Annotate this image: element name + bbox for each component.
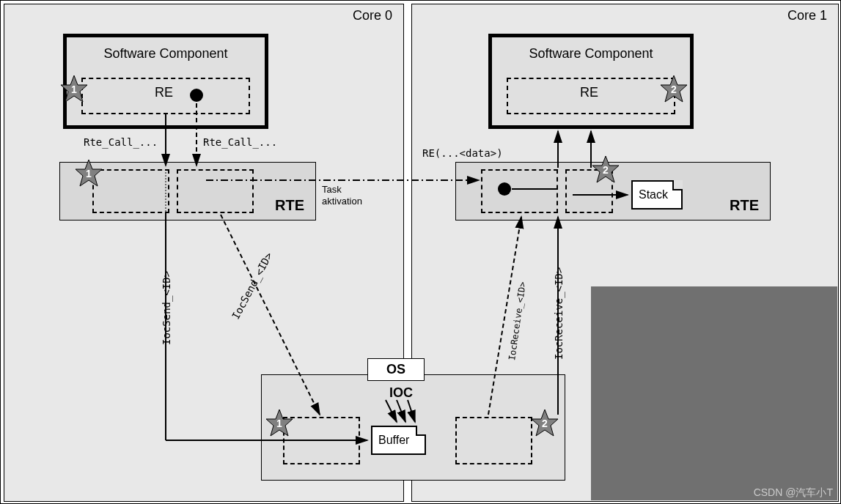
label-iocsend1: IocSend_<ID>	[161, 271, 172, 345]
star-swc2: 2	[659, 74, 688, 103]
stack-box: Stack	[631, 180, 683, 210]
buffer-box: Buffer	[371, 426, 426, 455]
label-rte-call2: Rte_Call_...	[203, 136, 277, 148]
label-iocrecv2: IocReceive_<ID>	[553, 267, 565, 360]
core1-label: Core 1	[787, 8, 827, 23]
star-swc1: 1	[59, 74, 89, 103]
rte-core1-label: RTE	[730, 197, 759, 214]
rte0-dash-2	[177, 169, 254, 213]
dot-swc1	[190, 89, 203, 102]
star-os2: 2	[530, 408, 559, 437]
dot-rte1	[498, 182, 511, 196]
diagram-canvas: Core 0 Core 1 Software Component RE Soft…	[0, 0, 841, 504]
os-dash-2	[455, 417, 532, 464]
label-rte-call1: Rte_Call_...	[84, 136, 158, 148]
swc-core0: Software Component RE	[63, 34, 268, 129]
re-label-core0: RE	[155, 85, 173, 100]
ioc-label: IOC	[389, 385, 413, 401]
rte1-dash-1	[481, 169, 558, 213]
star-rte0: 1	[74, 158, 103, 188]
os-label: OS	[367, 358, 425, 381]
label-task: Taskaktivation	[322, 184, 362, 207]
re-label-core1: RE	[580, 85, 598, 100]
buffer-label: Buffer	[378, 434, 409, 447]
label-re-data: RE(...<data>)	[422, 147, 503, 159]
rte-core0-label: RTE	[275, 197, 304, 214]
grey-block	[591, 286, 837, 500]
stack-label: Stack	[639, 188, 668, 201]
star-os1: 1	[265, 408, 294, 437]
core0-label: Core 0	[353, 8, 392, 23]
swc-core1-title: Software Component	[529, 46, 653, 62]
watermark: CSDN @汽车小T	[754, 486, 833, 500]
rte0-dash-1	[92, 169, 169, 213]
os-dash-1	[283, 417, 360, 464]
swc-core0-title: Software Component	[103, 46, 227, 62]
star-rte1: 2	[591, 155, 620, 184]
